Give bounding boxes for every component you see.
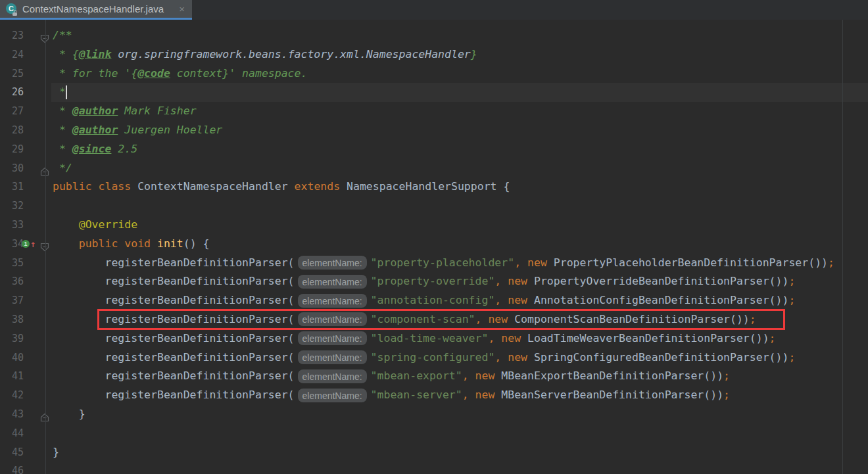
code-line[interactable]: 35 registerBeanDefinitionParser(elementN… bbox=[0, 254, 868, 273]
code-text[interactable]: } bbox=[51, 405, 868, 424]
code-text[interactable]: registerBeanDefinitionParser(elementName… bbox=[51, 386, 868, 405]
line-number[interactable]: 33 bbox=[0, 216, 24, 235]
line-number[interactable]: 37 bbox=[0, 291, 24, 310]
code-line[interactable]: 25 * for the '{@code context}' namespace… bbox=[0, 64, 868, 83]
line-number[interactable]: 44 bbox=[0, 424, 24, 443]
fold-end-icon[interactable] bbox=[40, 164, 49, 173]
code-token: ComponentScanBeanDefinitionParser()) bbox=[508, 313, 750, 325]
code-line[interactable]: 27 * @author Mark Fisher bbox=[0, 102, 868, 121]
code-text[interactable]: } bbox=[51, 443, 868, 462]
code-text[interactable]: */ bbox=[51, 159, 868, 178]
gutter-cell: 43 bbox=[0, 405, 51, 424]
code-text[interactable]: /** bbox=[51, 26, 868, 45]
code-line[interactable]: 45} bbox=[0, 443, 868, 462]
code-text[interactable]: registerBeanDefinitionParser(elementName… bbox=[51, 310, 868, 329]
code-line[interactable]: 341↑ public void init() { bbox=[0, 235, 868, 254]
code-line[interactable]: 33 @Override bbox=[0, 216, 868, 235]
line-number[interactable]: 25 bbox=[0, 64, 24, 83]
gutter-cell: 24 bbox=[0, 45, 51, 64]
code-line[interactable]: 38 registerBeanDefinitionParser(elementN… bbox=[0, 310, 868, 329]
line-number[interactable]: 24 bbox=[0, 45, 24, 64]
code-text[interactable]: public void init() { bbox=[51, 235, 868, 254]
code-text[interactable]: * @since 2.5 bbox=[51, 140, 868, 159]
line-number[interactable]: 40 bbox=[0, 348, 24, 367]
editor-tab[interactable]: C ContextNamespaceHandler.java × bbox=[0, 0, 192, 20]
line-number[interactable]: 45 bbox=[0, 443, 24, 462]
code-text[interactable]: registerBeanDefinitionParser(elementName… bbox=[51, 291, 868, 310]
code-token: } bbox=[471, 48, 477, 60]
code-text[interactable]: registerBeanDefinitionParser(elementName… bbox=[51, 348, 868, 367]
code-text[interactable]: registerBeanDefinitionParser(elementName… bbox=[51, 272, 868, 291]
code-token: Juergen Hoeller bbox=[118, 124, 222, 136]
code-line[interactable]: 42 registerBeanDefinitionParser(elementN… bbox=[0, 386, 868, 405]
code-text[interactable]: registerBeanDefinitionParser(elementName… bbox=[51, 254, 868, 273]
code-token: * bbox=[53, 85, 66, 98]
code-token: new bbox=[501, 332, 521, 344]
code-text[interactable] bbox=[51, 462, 868, 474]
code-token: extends bbox=[295, 180, 341, 193]
line-number[interactable]: 43 bbox=[0, 405, 24, 424]
code-text[interactable]: @Override bbox=[51, 216, 868, 235]
editor[interactable]: 23/**24 * {@link org.springframework.bea… bbox=[0, 20, 868, 474]
code-line[interactable]: 43 } bbox=[0, 405, 868, 424]
code-token: MBeanExportBeanDefinitionParser()) bbox=[494, 369, 723, 382]
line-number[interactable]: 30 bbox=[0, 159, 24, 178]
code-line[interactable]: 31public class ContextNamespaceHandler e… bbox=[0, 178, 868, 197]
code-text[interactable]: registerBeanDefinitionParser(elementName… bbox=[51, 329, 868, 348]
code-text[interactable] bbox=[51, 424, 868, 443]
code-token: "property-override" bbox=[371, 275, 495, 287]
code-line[interactable]: 36 registerBeanDefinitionParser(elementN… bbox=[0, 272, 868, 291]
code-token bbox=[118, 237, 124, 250]
overrides-method-icon[interactable]: 1↑ bbox=[22, 239, 39, 249]
code-text[interactable]: * for the '{@code context}' namespace. bbox=[51, 64, 868, 83]
code-text[interactable]: * @author Juergen Hoeller bbox=[51, 121, 868, 140]
code-text[interactable]: * {@link org.springframework.beans.facto… bbox=[51, 45, 868, 64]
line-number[interactable]: 31 bbox=[0, 178, 24, 197]
line-number[interactable]: 23 bbox=[0, 26, 24, 45]
code-line[interactable]: 44 bbox=[0, 424, 868, 443]
code-token: ; bbox=[723, 389, 730, 401]
code-line[interactable]: 24 * {@link org.springframework.beans.fa… bbox=[0, 45, 868, 64]
gutter-cell: 28 bbox=[0, 121, 51, 140]
line-number[interactable]: 36 bbox=[0, 272, 24, 291]
code-token: public bbox=[53, 180, 92, 193]
code-line[interactable]: 39 registerBeanDefinitionParser(elementN… bbox=[0, 329, 868, 348]
line-number[interactable]: 39 bbox=[0, 329, 24, 348]
code-line[interactable]: 30 */ bbox=[0, 159, 868, 178]
code-text[interactable]: registerBeanDefinitionParser(elementName… bbox=[51, 367, 868, 386]
line-number[interactable]: 41 bbox=[0, 367, 24, 386]
line-number[interactable]: 27 bbox=[0, 102, 24, 121]
java-class-icon: C bbox=[6, 3, 17, 14]
line-number[interactable]: 34 bbox=[0, 235, 24, 254]
code-token: registerBeanDefinitionParser( bbox=[53, 351, 295, 364]
code-line[interactable]: 40 registerBeanDefinitionParser(elementN… bbox=[0, 348, 868, 367]
line-number[interactable]: 42 bbox=[0, 386, 24, 405]
line-number[interactable]: 46 bbox=[0, 462, 24, 474]
code-line[interactable]: 28 * @author Juergen Hoeller bbox=[0, 121, 868, 140]
code-line[interactable]: 32 bbox=[0, 197, 868, 216]
code-text[interactable] bbox=[51, 197, 868, 216]
line-number[interactable]: 26 bbox=[0, 83, 24, 102]
code-line[interactable]: 46 bbox=[0, 462, 868, 474]
code-line[interactable]: 23/** bbox=[0, 26, 868, 45]
fold-collapse-icon[interactable] bbox=[40, 31, 49, 40]
fold-collapse-icon[interactable] bbox=[40, 239, 49, 249]
code-text[interactable]: * bbox=[51, 83, 868, 102]
fold-end-icon[interactable] bbox=[40, 410, 49, 419]
code-line[interactable]: 41 registerBeanDefinitionParser(elementN… bbox=[0, 367, 868, 386]
code-line[interactable]: 29 * @since 2.5 bbox=[0, 140, 868, 159]
code-text[interactable]: * @author Mark Fisher bbox=[51, 102, 868, 121]
read-only-lock-icon bbox=[12, 10, 18, 16]
code-line[interactable]: 26 * bbox=[0, 83, 868, 102]
parameter-name-hint: elementName: bbox=[298, 389, 367, 402]
line-number[interactable]: 28 bbox=[0, 121, 24, 140]
line-number[interactable]: 29 bbox=[0, 140, 24, 159]
tab-close-icon[interactable]: × bbox=[178, 3, 186, 14]
line-number[interactable]: 32 bbox=[0, 197, 24, 216]
code-text[interactable]: public class ContextNamespaceHandler ext… bbox=[51, 178, 868, 197]
code-line[interactable]: 37 registerBeanDefinitionParser(elementN… bbox=[0, 291, 868, 310]
line-number[interactable]: 35 bbox=[0, 254, 24, 273]
line-number[interactable]: 38 bbox=[0, 310, 24, 329]
gutter-cell: 38 bbox=[0, 310, 51, 329]
code-token: ContextNamespaceHandler bbox=[131, 180, 294, 193]
